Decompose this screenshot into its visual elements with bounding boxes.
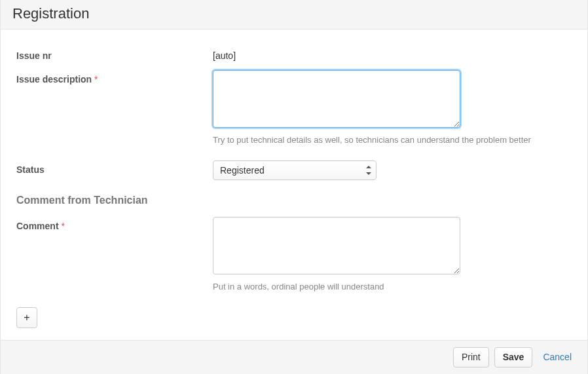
cancel-link[interactable]: Cancel [538,348,577,366]
required-marker: * [61,221,64,231]
page-title: Registration [12,5,576,22]
row-issue-nr: Issue nr [auto] [16,47,572,61]
help-comment: Put in a words, ordinal people will unde… [213,282,572,291]
label-issue-description: Issue description * [16,70,213,84]
form-header: Registration [1,0,587,29]
issue-description-input[interactable] [213,70,460,128]
label-text-issue-description: Issue description [16,74,92,84]
print-button[interactable]: Print [453,347,489,367]
save-button[interactable]: Save [494,347,533,367]
value-issue-nr: [auto] [213,47,572,61]
label-text-comment: Comment [16,221,59,231]
form-body: Issue nr [auto] Issue description * Try … [1,29,587,340]
label-comment: Comment * [16,217,213,231]
comment-input[interactable] [213,217,460,274]
section-comment-technician: Comment from Technician [16,195,572,206]
row-issue-description: Issue description * Try to put technical… [16,70,572,157]
label-status: Status [16,160,213,175]
status-select[interactable]: Registered [213,160,377,180]
add-button[interactable]: + [16,307,37,328]
help-issue-description: Try to put technical details as well, so… [213,135,572,145]
label-issue-nr: Issue nr [16,47,213,61]
row-comment: Comment * Put in a words, ordinal people… [16,217,572,303]
row-status: Status Registered [16,160,572,180]
required-marker: * [94,74,98,84]
form-footer: Print Save Cancel [1,340,587,374]
